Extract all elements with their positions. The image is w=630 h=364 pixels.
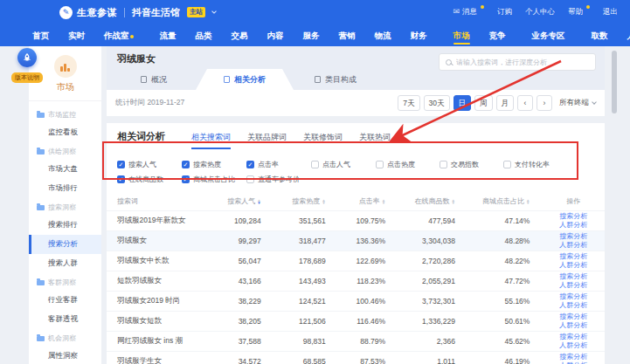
- nav-item-audience-mgmt[interactable]: 人群管理: [618, 24, 630, 46]
- metric-checkbox-click-rate[interactable]: ✓点击率: [246, 160, 311, 169]
- table-row[interactable]: 羽绒服女短款38,205121,506116.46%1,336,22950.61…: [107, 311, 605, 331]
- checkbox-checked-icon[interactable]: ✓: [246, 161, 254, 168]
- nav-item-home[interactable]: 首页: [23, 24, 59, 46]
- period-button-month[interactable]: 月: [496, 95, 515, 111]
- sidebar-group-2[interactable]: 搜索洞察: [29, 198, 101, 216]
- checkbox-checked-icon[interactable]: ✓: [182, 175, 190, 183]
- nav-item-market[interactable]: 市场: [444, 24, 480, 46]
- sort-icon[interactable]: ▲▼: [257, 199, 260, 205]
- nav-item-data-extract[interactable]: 取数: [582, 24, 618, 46]
- row-action-audience-analysis[interactable]: 人群分析: [547, 241, 599, 250]
- metric-checkbox-trade-index[interactable]: 交易指数: [440, 160, 503, 169]
- column-header-2[interactable]: 搜索热度▲▼: [279, 193, 343, 210]
- row-action-audience-analysis[interactable]: 人群分析: [547, 221, 599, 230]
- column-header-1[interactable]: 搜索人气▲▼: [216, 193, 278, 210]
- period-button-week[interactable]: 周: [474, 95, 493, 111]
- sidebar-item-market-ranking[interactable]: 市场排行: [29, 179, 101, 198]
- metric-checkbox-search-popularity[interactable]: ✓搜索人气: [117, 160, 182, 169]
- nav-item-war-room[interactable]: 作战室: [94, 24, 143, 46]
- topbar-link-messages[interactable]: ✉消息: [453, 7, 484, 17]
- topbar-link-help[interactable]: 帮助: [568, 7, 590, 17]
- column-header-5[interactable]: 商城点击占比▲▼: [473, 193, 548, 210]
- nav-item-marketing[interactable]: 营销: [329, 24, 365, 46]
- metric-checkbox-mall-click-share[interactable]: ✓商城点击占比: [182, 175, 246, 184]
- brand[interactable]: ✎ 生意参谋 抖音生活馆 主站: [59, 6, 216, 19]
- sort-icon[interactable]: ▲▼: [382, 199, 385, 205]
- sidebar-item-attribute-insight[interactable]: 属性洞察: [29, 347, 101, 364]
- metric-checkbox-online-products[interactable]: ✓在线商品数: [117, 175, 182, 184]
- analysis-tab-related-modifier-terms[interactable]: 关联修饰词: [303, 132, 343, 149]
- checkbox-unchecked-icon[interactable]: [503, 161, 511, 168]
- row-action-audience-analysis[interactable]: 人群分析: [547, 341, 599, 350]
- nav-item-service[interactable]: 服务: [294, 24, 329, 46]
- table-row[interactable]: 羽绒服2019年新款女109,284351,561109.75%477,5944…: [107, 210, 605, 230]
- checkbox-unchecked-icon[interactable]: [440, 161, 447, 168]
- tab-overview[interactable]: 概况: [112, 69, 196, 90]
- row-action-search-analysis[interactable]: 搜索分析: [547, 292, 599, 301]
- table-row[interactable]: 羽绒服女2019 时尚38,229124,521100.46%3,732,301…: [107, 291, 605, 311]
- checkbox-checked-icon[interactable]: ✓: [117, 175, 125, 183]
- row-action-search-analysis[interactable]: 搜索分析: [547, 353, 599, 361]
- sidebar-group-0[interactable]: 市场监控: [29, 106, 101, 123]
- topbar-link-profile[interactable]: 个人中心: [525, 7, 555, 17]
- nav-item-competition[interactable]: 竞争: [480, 24, 516, 46]
- period-button-7d[interactable]: 7天: [398, 95, 419, 111]
- sidebar-group-1[interactable]: 供给洞察: [29, 142, 101, 160]
- row-action-search-analysis[interactable]: 搜索分析: [547, 312, 599, 321]
- nav-item-business-zone[interactable]: 业务专区: [523, 24, 575, 46]
- period-button-day[interactable]: 日: [453, 95, 472, 111]
- checkbox-unchecked-icon[interactable]: [376, 161, 384, 168]
- version-notice-button[interactable]: 版本说明: [7, 48, 47, 83]
- chevron-down-icon[interactable]: [211, 9, 217, 14]
- sidebar-group-3[interactable]: 客群洞察: [29, 273, 101, 291]
- row-action-audience-analysis[interactable]: 人群分析: [547, 301, 599, 310]
- checkbox-checked-icon[interactable]: ✓: [182, 161, 190, 168]
- period-button-prev[interactable]: ‹: [517, 95, 533, 111]
- metric-checkbox-search-heat[interactable]: ✓搜索热度: [182, 160, 246, 169]
- row-action-search-analysis[interactable]: 搜索分析: [547, 212, 599, 221]
- table-row[interactable]: 羽绒服女99,297318,477136.36%3,304,03848.28%搜…: [107, 230, 605, 251]
- period-button-30d[interactable]: 30天: [424, 95, 450, 111]
- nav-item-realtime[interactable]: 实时: [59, 24, 94, 46]
- table-row[interactable]: 短款羽绒服女43,166143,493118.23%2,055,29147.72…: [107, 271, 605, 291]
- row-action-search-analysis[interactable]: 搜索分析: [547, 272, 599, 281]
- keyword-search-box[interactable]: [439, 53, 596, 71]
- column-header-3[interactable]: 点击率▲▼: [343, 193, 403, 210]
- sort-icon[interactable]: ▲▼: [322, 199, 325, 205]
- metric-checkbox-click-popularity[interactable]: 点击人气: [311, 160, 376, 169]
- keyword-search-input[interactable]: [456, 58, 589, 66]
- checkbox-checked-icon[interactable]: ✓: [117, 161, 125, 168]
- tab-category-composition[interactable]: 类目构成: [294, 69, 377, 90]
- sidebar-item-search-ranking[interactable]: 搜索排行: [29, 216, 101, 235]
- scrollbar-thumb[interactable]: [612, 51, 617, 113]
- sidebar-item-industry-audience[interactable]: 行业客群: [29, 291, 101, 310]
- sidebar-item-audience-perspective[interactable]: 客群透视: [29, 310, 101, 329]
- nav-item-trade[interactable]: 交易: [222, 24, 258, 46]
- nav-item-category[interactable]: 品类: [186, 24, 222, 46]
- metric-checkbox-payment-conversion[interactable]: 支付转化率: [503, 160, 567, 169]
- analysis-tab-related-search-terms[interactable]: 相关搜索词: [191, 132, 231, 149]
- table-row[interactable]: 网红羽绒服女 ins 潮37,58898,83188.79%2,36645.62…: [107, 331, 605, 351]
- nav-item-traffic[interactable]: 流量: [150, 24, 186, 46]
- checkbox-unchecked-icon[interactable]: [311, 161, 319, 168]
- metric-checkbox-ztc-reference-price[interactable]: 直通车参考价: [246, 175, 311, 184]
- topbar-link-orders[interactable]: 订购: [497, 7, 512, 17]
- sort-icon[interactable]: ▲▼: [451, 199, 454, 205]
- terminal-filter-dropdown[interactable]: 所有终端: [559, 98, 596, 108]
- row-action-audience-analysis[interactable]: 人群分析: [547, 281, 599, 290]
- row-action-audience-analysis[interactable]: 人群分析: [547, 261, 599, 270]
- metric-checkbox-click-heat[interactable]: 点击热度: [376, 160, 440, 169]
- sidebar-group-4[interactable]: 机会洞察: [29, 329, 101, 347]
- nav-item-finance[interactable]: 财务: [401, 24, 437, 46]
- row-action-search-analysis[interactable]: 搜索分析: [547, 232, 599, 241]
- table-row[interactable]: 羽绒服学生女34,57268,58587.53%1,01146.19%搜索分析人…: [107, 351, 605, 364]
- sidebar-item-monitor-board[interactable]: 监控看板: [29, 123, 101, 142]
- checkbox-unchecked-icon[interactable]: [246, 175, 254, 183]
- column-header-4[interactable]: 在线商品数▲▼: [403, 193, 473, 210]
- table-row[interactable]: 羽绒服女中长款56,047178,689122.69%2,720,28648.2…: [107, 251, 605, 271]
- row-action-search-analysis[interactable]: 搜索分析: [547, 252, 599, 261]
- sidebar-item-market-overview[interactable]: 市场大盘: [29, 160, 101, 179]
- tab-related-analysis[interactable]: 相关分析: [196, 69, 294, 90]
- topbar-link-logout[interactable]: 退出: [603, 7, 618, 17]
- sort-icon[interactable]: ▲▼: [526, 199, 530, 205]
